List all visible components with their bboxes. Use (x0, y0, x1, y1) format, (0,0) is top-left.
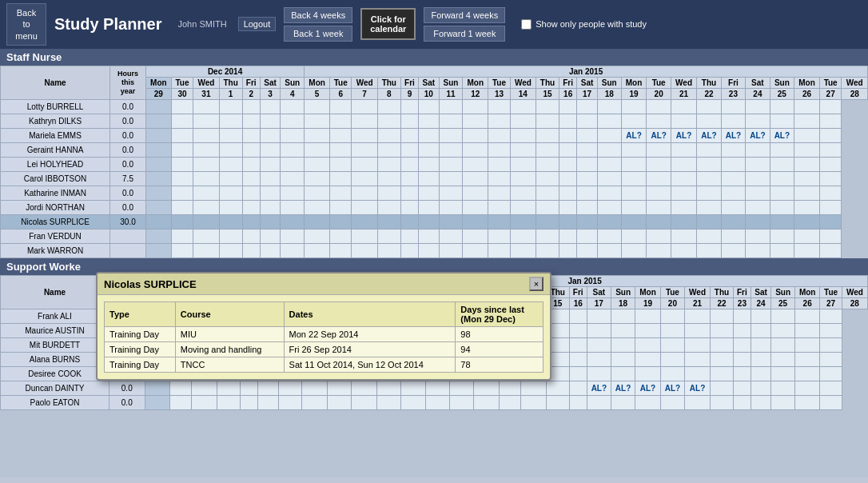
user-name: John SMITH (177, 19, 226, 29)
date-8: 8 (377, 88, 400, 99)
person-hours: 0.0 (110, 114, 146, 128)
date-21: 21 (671, 88, 696, 99)
modal-row: Training Day MIU Mon 22 Sep 2014 98 (105, 327, 543, 342)
logout-button[interactable]: Logout (238, 17, 277, 31)
person-name[interactable]: Fran VERDUN (1, 229, 110, 243)
person-name[interactable]: Maurice AUSTIN (1, 323, 109, 337)
day-tue27: Tue (819, 77, 841, 88)
date-20: 20 (647, 88, 671, 99)
date-15: 15 (536, 88, 559, 99)
table-row: Carol IBBOTSON 7.5 (1, 171, 868, 186)
table-row: Mark WARRON (1, 243, 868, 257)
day-tue20: Tue (647, 77, 671, 88)
show-study-container: Show only people with study (521, 19, 647, 30)
modal-cell-type: Training Day (105, 342, 176, 357)
hours-col-header: Hoursthisyear (110, 66, 146, 99)
day-fri2: Fri (242, 77, 260, 88)
date-4: 4 (281, 88, 305, 99)
modal-table: Type Course Dates Days since last (Mon 2… (104, 301, 543, 373)
person-name[interactable]: Carol IBBOTSON (1, 171, 110, 186)
day-sun11: Sun (439, 77, 463, 88)
jan-2015-header: Jan 2015 (305, 66, 868, 77)
person-name[interactable]: Duncan DAINTY (1, 381, 109, 395)
person-name[interactable]: Paolo EATON (1, 395, 109, 409)
person-hours: 0.0 (109, 381, 145, 395)
person-hours: 0.0 (109, 395, 145, 409)
person-name[interactable]: Kathryn DILKS (1, 114, 110, 128)
person-name[interactable]: Nicolas SURPLICE (1, 214, 110, 229)
show-study-checkbox[interactable] (521, 19, 532, 30)
day-wed31: Wed (193, 77, 219, 88)
date-30: 30 (171, 88, 193, 99)
date-14: 14 (510, 88, 536, 99)
date-10: 10 (419, 88, 440, 99)
date-13: 13 (488, 88, 510, 99)
back-to-menu-button[interactable]: Back to menu (6, 3, 46, 46)
date-3: 3 (260, 88, 281, 99)
day-wed28: Wed (842, 77, 868, 88)
date-2: 2 (242, 88, 260, 99)
person-name[interactable]: Alana BURNS (1, 352, 109, 366)
forward-4-weeks-button[interactable]: Forward 4 weeks (424, 7, 505, 23)
day-sun18: Sun (597, 77, 621, 88)
back-4-weeks-button[interactable]: Back 4 weeks (284, 7, 352, 23)
day-thu22: Thu (697, 77, 721, 88)
person-name[interactable]: Desiree COOK (1, 366, 109, 381)
back-1-week-button[interactable]: Back 1 week (284, 26, 352, 42)
staff-nurse-table: Name Hoursthisyear Dec 2014 Jan 2015 Mon… (0, 66, 868, 258)
day-sat10: Sat (419, 77, 440, 88)
table-row: Nicolas SURPLICE 30.0 (1, 214, 868, 229)
date-27: 27 (819, 88, 841, 99)
date-22: 22 (697, 88, 721, 99)
person-name[interactable]: Mit BURDETT (1, 337, 109, 352)
person-hours: 0.0 (110, 99, 146, 114)
day-tue30: Tue (171, 77, 193, 88)
table-row: Fran VERDUN (1, 229, 868, 243)
date-28: 28 (842, 88, 868, 99)
modal-close-button[interactable]: × (529, 277, 543, 291)
person-hours: 0.0 (110, 186, 146, 200)
day-sat24: Sat (746, 77, 770, 88)
click-for-calendar-button[interactable]: Click for calendar (360, 8, 416, 40)
day-mon19: Mon (621, 77, 647, 88)
date-24: 24 (746, 88, 770, 99)
person-name[interactable]: Jordi NORTHAN (1, 200, 110, 214)
app-title: Study Planner (54, 15, 161, 34)
modal-cell-course: Moving and handling (175, 342, 284, 357)
person-name[interactable]: Frank ALI (1, 309, 109, 323)
person-name[interactable]: Lei HOLYHEAD (1, 157, 110, 171)
modal-cell-course: MIU (175, 327, 284, 342)
day-sun25: Sun (770, 77, 794, 88)
date-1: 1 (219, 88, 242, 99)
modal-header-row: Type Course Dates Days since last (Mon 2… (105, 302, 543, 327)
date-18: 18 (597, 88, 621, 99)
person-name[interactable]: Katharine INMAN (1, 186, 110, 200)
modal-cell-type: Training Day (105, 327, 176, 342)
table-row: Geraint HANNA 0.0 (1, 142, 868, 157)
table-row: Lei HOLYHEAD 0.0 (1, 157, 868, 171)
person-name[interactable]: Mark WARRON (1, 243, 110, 257)
col-days-header: Days since last (Mon 29 Dec) (456, 302, 543, 327)
modal-row: Training Day TNCC Sat 11 Oct 2014, Sun 1… (105, 357, 543, 373)
name-col-header: Name (1, 66, 110, 99)
forward-1-week-button[interactable]: Forward 1 week (424, 26, 505, 42)
person-hours (110, 243, 146, 257)
table-row: Lotty BURRELL 0.0 (1, 99, 868, 114)
table-row: Kathryn DILKS 0.0 (1, 114, 868, 128)
person-name[interactable]: Mariela EMMS (1, 128, 110, 142)
person-name[interactable]: Geraint HANNA (1, 142, 110, 157)
day-mon12: Mon (463, 77, 488, 88)
day-wed21: Wed (671, 77, 696, 88)
person-hours: 0.0 (110, 200, 146, 214)
person-name[interactable]: Lotty BURRELL (1, 99, 110, 114)
header: Back to menu Study Planner John SMITH Lo… (0, 0, 868, 49)
day-sat17: Sat (577, 77, 598, 88)
modal-body: Type Course Dates Days since last (Mon 2… (98, 295, 550, 379)
date-29: 29 (145, 88, 171, 99)
date-5: 5 (305, 88, 330, 99)
nav-back-group: Back 4 weeks Back 1 week (284, 7, 352, 42)
table-row: Duncan DAINTY 0.0 AL? AL? AL? AL? AL? (1, 381, 868, 395)
person-hours: 0.0 (110, 157, 146, 171)
day-thu8: Thu (377, 77, 400, 88)
date-31: 31 (193, 88, 219, 99)
